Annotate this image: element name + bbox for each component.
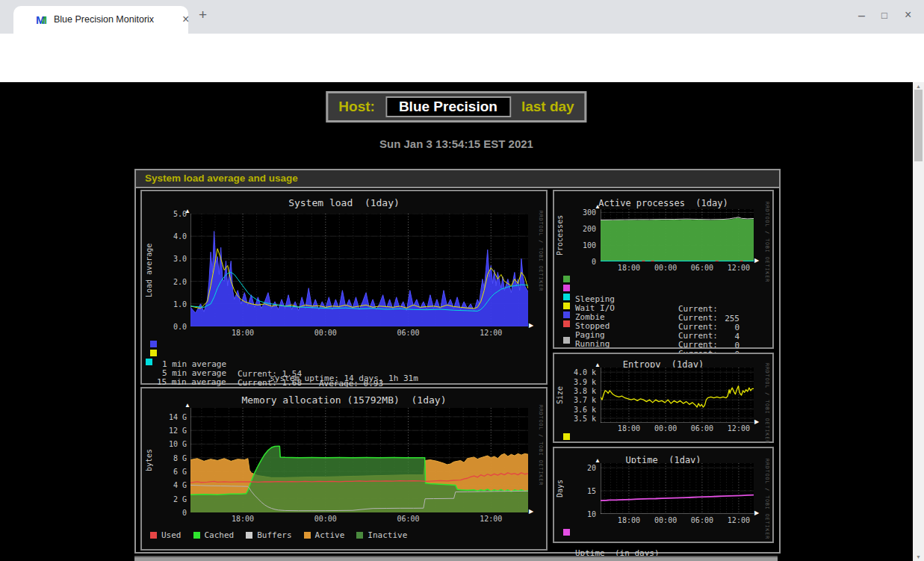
x-tick-label: 00:00 bbox=[654, 264, 677, 272]
legend-swatch bbox=[150, 341, 157, 347]
rrdtool-watermark: RRDTOOL / TOBI OETIKER bbox=[764, 459, 770, 539]
x-tick-label: 00:00 bbox=[314, 329, 337, 337]
next-section-bar bbox=[134, 556, 778, 561]
tab-close-icon[interactable]: × bbox=[182, 13, 189, 25]
y-tick-label: 6 G bbox=[173, 468, 187, 476]
monitorix-page: Host: Blue Precision last day Sun Jan 3 … bbox=[0, 82, 913, 561]
axis-right-arrow: ▶ bbox=[529, 323, 533, 329]
scroll-down-arrow[interactable]: ▼ bbox=[913, 554, 924, 560]
legend-total-row: Total Processes Current: 261 bbox=[554, 336, 772, 345]
y-tick-labels: 5.04.03.02.01.00.0 bbox=[148, 214, 187, 326]
rrdtool-watermark: RRDTOOL / TOBI OETIKER bbox=[538, 405, 544, 486]
window-minimize-button[interactable]: – bbox=[858, 10, 865, 22]
y-tick-label: 2 G bbox=[173, 495, 187, 503]
x-tick-label: 18:00 bbox=[232, 329, 254, 337]
legend-swatch bbox=[563, 320, 570, 327]
system-load-panel: System load (1day) Load average 5.04.03.… bbox=[140, 190, 548, 385]
legend-swatch bbox=[150, 350, 157, 356]
axis-right-arrow: ▶ bbox=[754, 258, 759, 264]
legend-swatch bbox=[356, 532, 363, 539]
uptime-graph[interactable] bbox=[601, 463, 754, 514]
y-tick-label: 2.0 bbox=[173, 277, 187, 285]
x-tick-label: 06:00 bbox=[691, 264, 713, 272]
y-tick-label: 0.0 bbox=[173, 323, 187, 331]
axis-up-arrow: ▲ bbox=[185, 403, 190, 409]
host-name: Blue Precision bbox=[385, 96, 511, 117]
x-tick-label: 18:00 bbox=[618, 424, 640, 433]
axis-right-arrow: ▶ bbox=[529, 509, 533, 515]
chart-svg bbox=[601, 209, 754, 261]
legend-row: Running Current: 1 bbox=[554, 320, 772, 329]
rrdtool-watermark: RRDTOOL / TOBI OETIKER bbox=[538, 211, 544, 291]
y-tick-label: 20 bbox=[587, 464, 596, 472]
x-tick-labels: 18:0000:0006:0012:00 bbox=[601, 264, 754, 273]
memory-graph[interactable] bbox=[190, 408, 528, 512]
uptime-panel: Uptime (1day) Days 201510 ▲ ▶ 18:0000:00… bbox=[553, 447, 774, 543]
x-tick-label: 06:00 bbox=[691, 424, 713, 433]
legend-row: 1 min average Current: 1.54 Average: 0.9… bbox=[142, 340, 546, 349]
chart-svg bbox=[190, 214, 528, 326]
processes-graph[interactable] bbox=[601, 209, 754, 261]
x-tick-labels: 18:0000:0006:0012:00 bbox=[190, 515, 528, 524]
x-tick-label: 00:00 bbox=[314, 515, 337, 523]
x-tick-label: 12:00 bbox=[728, 516, 750, 524]
entropy-legend: Entropy Current: 3816 bbox=[554, 433, 772, 442]
new-tab-button[interactable]: + bbox=[199, 9, 207, 21]
uptime-legend: Uptime (in days) Current: 14.1 bbox=[554, 529, 772, 538]
tab-title: Blue Precision Monitorix bbox=[54, 14, 154, 25]
x-tick-label: 06:00 bbox=[691, 516, 713, 524]
y-axis-label: Processes bbox=[556, 209, 564, 261]
window-maximize-button[interactable]: □ bbox=[881, 10, 887, 22]
y-tick-label: 10 bbox=[587, 510, 596, 518]
scroll-up-arrow[interactable]: ▲ bbox=[913, 84, 924, 89]
chart-svg bbox=[601, 368, 754, 423]
uptime-note: system uptime: 14 days, 1h 31m bbox=[142, 374, 546, 383]
y-tick-labels: 201510 bbox=[565, 463, 596, 514]
entropy-graph[interactable] bbox=[601, 368, 754, 423]
chart-title: Active processes (1day) bbox=[554, 198, 772, 208]
legend-row: Paging Current: 0 bbox=[554, 311, 772, 320]
x-tick-labels: 18:0000:0006:0012:00 bbox=[190, 329, 528, 338]
x-tick-label: 12:00 bbox=[480, 329, 502, 337]
system-load-graph[interactable] bbox=[190, 214, 528, 326]
x-tick-labels: 18:0000:0006:0012:00 bbox=[601, 516, 754, 525]
page-scrollbar[interactable]: ▲ ▼ bbox=[913, 82, 924, 561]
window-close-button[interactable]: × bbox=[905, 9, 911, 21]
x-tick-label: 00:00 bbox=[654, 516, 677, 524]
y-tick-label: 3.8 k bbox=[574, 386, 596, 394]
browser-window: MM Blue Precision Monitorix × + – □ × ← … bbox=[0, 0, 924, 561]
legend-swatch bbox=[150, 532, 157, 539]
rrdtool-watermark: RRDTOOL / TOBI OETIKER bbox=[764, 202, 770, 282]
axis-right-arrow: ▶ bbox=[754, 510, 759, 516]
y-tick-label: 200 bbox=[583, 225, 596, 233]
y-tick-label: 3.7 k bbox=[574, 396, 596, 404]
x-tick-label: 00:00 bbox=[654, 424, 677, 433]
x-tick-label: 06:00 bbox=[397, 515, 419, 523]
memory-panel: Memory allocation (15792MB) (1day) bytes… bbox=[140, 387, 548, 551]
legend-swatch bbox=[246, 532, 252, 539]
section-title: System load average and usage bbox=[136, 170, 779, 188]
x-tick-label: 18:00 bbox=[232, 515, 254, 523]
monitorix-favicon: MM bbox=[36, 13, 48, 25]
y-tick-label: 15 bbox=[587, 487, 596, 495]
y-tick-label: 8 G bbox=[173, 453, 187, 462]
browser-tab[interactable]: MM Blue Precision Monitorix × bbox=[13, 6, 188, 34]
legend-row: Sleeping Current: 255 bbox=[554, 275, 772, 284]
axis-up-arrow: ▲ bbox=[595, 362, 601, 368]
y-axis-label: Days bbox=[556, 463, 564, 514]
axis-up-arrow: ▲ bbox=[185, 208, 190, 214]
chart-svg bbox=[601, 463, 754, 514]
axis-up-arrow: ▲ bbox=[595, 204, 601, 210]
y-tick-label: 10 G bbox=[169, 440, 187, 448]
y-tick-label: 12 G bbox=[169, 427, 187, 435]
legend-swatch bbox=[563, 312, 570, 318]
x-tick-label: 12:00 bbox=[728, 424, 750, 433]
y-tick-label: 4 G bbox=[173, 481, 187, 489]
y-tick-label: 3.5 k bbox=[574, 414, 596, 422]
legend-swatch bbox=[563, 285, 570, 291]
rrdtool-watermark: RRDTOOL / TOBI OETIKER bbox=[764, 363, 770, 444]
host-label: Host: bbox=[332, 99, 381, 115]
legend-swatch bbox=[563, 294, 570, 300]
scrollbar-thumb[interactable] bbox=[914, 90, 923, 161]
time-range-label: last day bbox=[515, 99, 580, 115]
